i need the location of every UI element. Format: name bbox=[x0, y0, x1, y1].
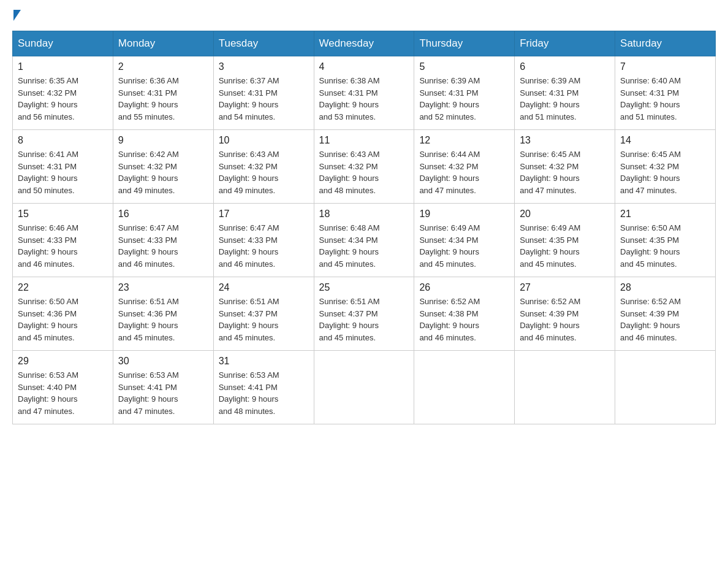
calendar-day-cell: 16 Sunrise: 6:47 AMSunset: 4:33 PMDaylig… bbox=[113, 204, 213, 277]
day-info: Sunrise: 6:52 AMSunset: 4:39 PMDaylight:… bbox=[620, 297, 681, 342]
calendar-day-cell: 26 Sunrise: 6:52 AMSunset: 4:38 PMDaylig… bbox=[414, 277, 515, 351]
day-info: Sunrise: 6:52 AMSunset: 4:38 PMDaylight:… bbox=[419, 297, 480, 342]
day-info: Sunrise: 6:42 AMSunset: 4:32 PMDaylight:… bbox=[118, 150, 179, 195]
calendar-header-wednesday: Wednesday bbox=[314, 31, 414, 56]
calendar-day-cell: 18 Sunrise: 6:48 AMSunset: 4:34 PMDaylig… bbox=[314, 204, 414, 277]
calendar-day-cell: 3 Sunrise: 6:37 AMSunset: 4:31 PMDayligh… bbox=[213, 56, 314, 130]
calendar-day-cell: 14 Sunrise: 6:45 AMSunset: 4:32 PMDaylig… bbox=[615, 130, 716, 204]
calendar-day-cell: 9 Sunrise: 6:42 AMSunset: 4:32 PMDayligh… bbox=[113, 130, 213, 204]
day-info: Sunrise: 6:51 AMSunset: 4:37 PMDaylight:… bbox=[219, 297, 279, 342]
day-info: Sunrise: 6:50 AMSunset: 4:35 PMDaylight:… bbox=[620, 223, 681, 269]
calendar-week-row: 8 Sunrise: 6:41 AMSunset: 4:31 PMDayligh… bbox=[13, 130, 716, 204]
calendar-day-cell: 24 Sunrise: 6:51 AMSunset: 4:37 PMDaylig… bbox=[213, 277, 314, 351]
calendar-day-cell bbox=[615, 351, 716, 424]
day-info: Sunrise: 6:53 AMSunset: 4:40 PMDaylight:… bbox=[18, 370, 78, 416]
calendar-week-row: 15 Sunrise: 6:46 AMSunset: 4:33 PMDaylig… bbox=[13, 204, 716, 277]
day-number: 4 bbox=[319, 61, 409, 72]
calendar-day-cell: 12 Sunrise: 6:44 AMSunset: 4:32 PMDaylig… bbox=[414, 130, 515, 204]
day-number: 19 bbox=[419, 209, 509, 220]
day-info: Sunrise: 6:37 AMSunset: 4:31 PMDaylight:… bbox=[219, 76, 279, 121]
calendar-day-cell: 7 Sunrise: 6:40 AMSunset: 4:31 PMDayligh… bbox=[615, 56, 716, 130]
day-info: Sunrise: 6:36 AMSunset: 4:31 PMDaylight:… bbox=[118, 76, 179, 121]
day-info: Sunrise: 6:51 AMSunset: 4:37 PMDaylight:… bbox=[319, 297, 380, 342]
calendar-header-tuesday: Tuesday bbox=[213, 31, 314, 56]
day-info: Sunrise: 6:53 AMSunset: 4:41 PMDaylight:… bbox=[118, 370, 179, 416]
calendar-day-cell: 20 Sunrise: 6:49 AMSunset: 4:35 PMDaylig… bbox=[515, 204, 615, 277]
calendar-day-cell: 29 Sunrise: 6:53 AMSunset: 4:40 PMDaylig… bbox=[13, 351, 113, 424]
day-number: 29 bbox=[18, 356, 108, 367]
day-info: Sunrise: 6:45 AMSunset: 4:32 PMDaylight:… bbox=[620, 150, 681, 195]
calendar-week-row: 22 Sunrise: 6:50 AMSunset: 4:36 PMDaylig… bbox=[13, 277, 716, 351]
day-info: Sunrise: 6:44 AMSunset: 4:32 PMDaylight:… bbox=[419, 150, 480, 195]
day-info: Sunrise: 6:52 AMSunset: 4:39 PMDaylight:… bbox=[520, 297, 580, 342]
calendar-day-cell: 21 Sunrise: 6:50 AMSunset: 4:35 PMDaylig… bbox=[615, 204, 716, 277]
day-number: 13 bbox=[520, 135, 610, 146]
day-info: Sunrise: 6:46 AMSunset: 4:33 PMDaylight:… bbox=[18, 223, 78, 269]
day-number: 24 bbox=[219, 282, 309, 293]
day-number: 20 bbox=[520, 209, 610, 220]
calendar-day-cell: 25 Sunrise: 6:51 AMSunset: 4:37 PMDaylig… bbox=[314, 277, 414, 351]
calendar-day-cell: 2 Sunrise: 6:36 AMSunset: 4:31 PMDayligh… bbox=[113, 56, 213, 130]
day-info: Sunrise: 6:43 AMSunset: 4:32 PMDaylight:… bbox=[319, 150, 380, 195]
day-number: 2 bbox=[118, 61, 208, 72]
calendar-header-friday: Friday bbox=[515, 31, 615, 56]
day-number: 15 bbox=[18, 209, 108, 220]
page-header bbox=[12, 12, 716, 21]
day-number: 9 bbox=[118, 135, 208, 146]
day-number: 16 bbox=[118, 209, 208, 220]
day-number: 1 bbox=[18, 61, 108, 72]
calendar-week-row: 1 Sunrise: 6:35 AMSunset: 4:32 PMDayligh… bbox=[13, 56, 716, 130]
day-info: Sunrise: 6:47 AMSunset: 4:33 PMDaylight:… bbox=[219, 223, 279, 269]
day-number: 3 bbox=[219, 61, 309, 72]
calendar-day-cell: 23 Sunrise: 6:51 AMSunset: 4:36 PMDaylig… bbox=[113, 277, 213, 351]
day-info: Sunrise: 6:49 AMSunset: 4:34 PMDaylight:… bbox=[419, 223, 480, 269]
calendar-header-saturday: Saturday bbox=[615, 31, 716, 56]
calendar-day-cell: 27 Sunrise: 6:52 AMSunset: 4:39 PMDaylig… bbox=[515, 277, 615, 351]
day-number: 18 bbox=[319, 209, 409, 220]
day-info: Sunrise: 6:53 AMSunset: 4:41 PMDaylight:… bbox=[219, 370, 279, 416]
calendar-day-cell: 6 Sunrise: 6:39 AMSunset: 4:31 PMDayligh… bbox=[515, 56, 615, 130]
calendar-header-monday: Monday bbox=[113, 31, 213, 56]
day-info: Sunrise: 6:39 AMSunset: 4:31 PMDaylight:… bbox=[520, 76, 580, 121]
day-number: 12 bbox=[419, 135, 509, 146]
calendar-day-cell: 8 Sunrise: 6:41 AMSunset: 4:31 PMDayligh… bbox=[13, 130, 113, 204]
calendar-day-cell: 22 Sunrise: 6:50 AMSunset: 4:36 PMDaylig… bbox=[13, 277, 113, 351]
calendar-day-cell: 10 Sunrise: 6:43 AMSunset: 4:32 PMDaylig… bbox=[213, 130, 314, 204]
calendar-day-cell: 30 Sunrise: 6:53 AMSunset: 4:41 PMDaylig… bbox=[113, 351, 213, 424]
day-info: Sunrise: 6:35 AMSunset: 4:32 PMDaylight:… bbox=[18, 76, 78, 121]
day-number: 10 bbox=[219, 135, 309, 146]
day-info: Sunrise: 6:41 AMSunset: 4:31 PMDaylight:… bbox=[18, 150, 78, 195]
calendar-day-cell bbox=[414, 351, 515, 424]
calendar-header-row: SundayMondayTuesdayWednesdayThursdayFrid… bbox=[13, 31, 716, 56]
calendar-day-cell: 19 Sunrise: 6:49 AMSunset: 4:34 PMDaylig… bbox=[414, 204, 515, 277]
day-info: Sunrise: 6:45 AMSunset: 4:32 PMDaylight:… bbox=[520, 150, 580, 195]
day-number: 26 bbox=[419, 282, 509, 293]
calendar-day-cell: 5 Sunrise: 6:39 AMSunset: 4:31 PMDayligh… bbox=[414, 56, 515, 130]
day-number: 25 bbox=[319, 282, 409, 293]
calendar-header-thursday: Thursday bbox=[414, 31, 515, 56]
calendar-day-cell: 13 Sunrise: 6:45 AMSunset: 4:32 PMDaylig… bbox=[515, 130, 615, 204]
calendar-day-cell: 4 Sunrise: 6:38 AMSunset: 4:31 PMDayligh… bbox=[314, 56, 414, 130]
day-info: Sunrise: 6:39 AMSunset: 4:31 PMDaylight:… bbox=[419, 76, 480, 121]
calendar-day-cell bbox=[515, 351, 615, 424]
day-info: Sunrise: 6:47 AMSunset: 4:33 PMDaylight:… bbox=[118, 223, 179, 269]
day-info: Sunrise: 6:51 AMSunset: 4:36 PMDaylight:… bbox=[118, 297, 179, 342]
day-number: 22 bbox=[18, 282, 108, 293]
day-info: Sunrise: 6:43 AMSunset: 4:32 PMDaylight:… bbox=[219, 150, 279, 195]
calendar-day-cell: 1 Sunrise: 6:35 AMSunset: 4:32 PMDayligh… bbox=[13, 56, 113, 130]
day-number: 14 bbox=[620, 135, 710, 146]
calendar-day-cell: 11 Sunrise: 6:43 AMSunset: 4:32 PMDaylig… bbox=[314, 130, 414, 204]
day-number: 7 bbox=[620, 61, 710, 72]
day-number: 6 bbox=[520, 61, 610, 72]
day-number: 17 bbox=[219, 209, 309, 220]
calendar-week-row: 29 Sunrise: 6:53 AMSunset: 4:40 PMDaylig… bbox=[13, 351, 716, 424]
logo-arrow-icon bbox=[13, 10, 21, 21]
day-number: 5 bbox=[419, 61, 509, 72]
day-info: Sunrise: 6:49 AMSunset: 4:35 PMDaylight:… bbox=[520, 223, 580, 269]
day-number: 28 bbox=[620, 282, 710, 293]
day-info: Sunrise: 6:50 AMSunset: 4:36 PMDaylight:… bbox=[18, 297, 78, 342]
day-number: 21 bbox=[620, 209, 710, 220]
day-number: 27 bbox=[520, 282, 610, 293]
day-number: 31 bbox=[219, 356, 309, 367]
calendar-day-cell: 17 Sunrise: 6:47 AMSunset: 4:33 PMDaylig… bbox=[213, 204, 314, 277]
